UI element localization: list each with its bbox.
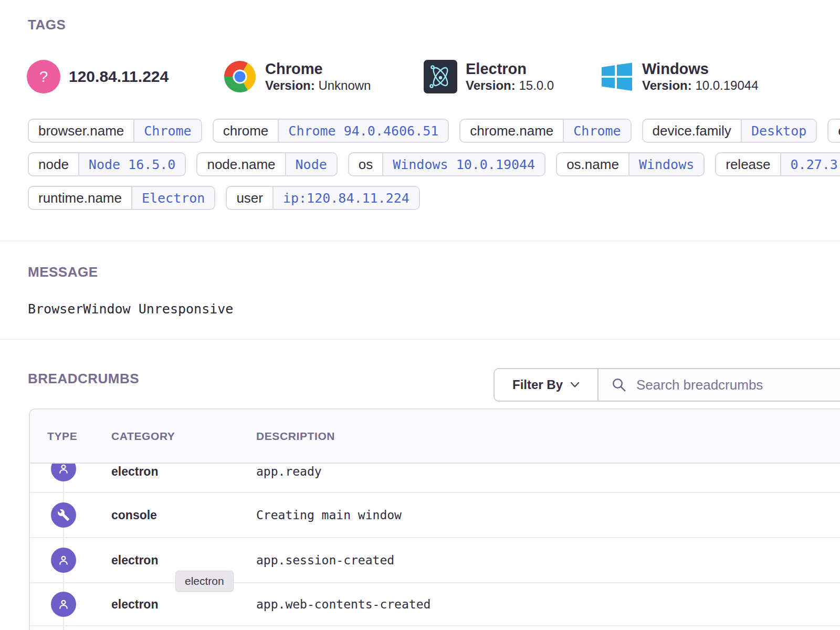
breadcrumb-category: electron: [111, 553, 256, 568]
tag-key: chrome: [214, 120, 278, 142]
runtime-name: Electron: [466, 61, 554, 77]
section-divider: [0, 240, 840, 242]
tag-pill-browser-name[interactable]: browser.name Chrome: [28, 119, 202, 143]
breadcrumb-description: app.web-contents-created: [256, 597, 840, 611]
tag-value: Windows 10.0.19044: [382, 153, 544, 175]
tag-pill-os[interactable]: os Windows 10.0.19044: [348, 152, 545, 176]
tag-key: node: [29, 153, 78, 175]
tag-pill-row-3: runtime.name Electron user ip:120.84.11.…: [28, 186, 840, 210]
tag-summary-ip: ? 120.84.11.224: [27, 59, 169, 94]
breadcrumb-row[interactable]: electron app.web-contents-created: [30, 583, 840, 626]
breadcrumbs-section-title: BREADCRUMBS: [28, 371, 139, 387]
breadcrumb-row[interactable]: console Creating main window: [30, 493, 840, 538]
search-box: [598, 369, 840, 401]
tag-pill-node-name[interactable]: node.name Node: [196, 152, 337, 176]
search-input[interactable]: [635, 376, 840, 394]
breadcrumb-description: app.ready: [256, 465, 840, 478]
question-mark-icon: ?: [27, 60, 60, 93]
issue-detail-page: TAGS ? 120.84.11.224 Chrome Version: Unk…: [0, 0, 840, 630]
section-divider: [0, 339, 840, 340]
column-header-description: DESCRIPTION: [256, 430, 840, 443]
tag-pill-runtime-name[interactable]: runtime.name Electron: [28, 186, 215, 210]
tag-value: Chrome: [563, 120, 630, 142]
tag-value: 0.27.3: [780, 153, 840, 175]
electron-icon: [424, 60, 457, 93]
breadcrumb-description: Creating main window: [256, 508, 840, 522]
browser-version: Version: Unknown: [265, 79, 371, 92]
breadcrumb-category: console: [111, 508, 256, 522]
breadcrumbs-filter-search: Filter By: [494, 368, 840, 402]
tag-summary-os: Windows Version: 10.0.19044: [600, 59, 759, 94]
breadcrumbs-table-header: TYPE CATEGORY DESCRIPTION: [30, 410, 840, 464]
tag-summary-runtime: Electron Version: 15.0.0: [424, 59, 554, 94]
tag-key: runtime.name: [29, 187, 131, 209]
tag-key: chrome.name: [460, 120, 563, 142]
tag-pill-node[interactable]: node Node 16.5.0: [28, 152, 186, 176]
tag-pill-release[interactable]: release 0.27.3: [715, 152, 840, 176]
tag-key: device.family: [643, 120, 741, 142]
tag-pill-environment[interactable]: environment: [827, 119, 840, 143]
breadcrumb-category: electron: [111, 465, 256, 479]
filter-by-button[interactable]: Filter By: [495, 369, 598, 401]
tag-value: Chrome: [133, 120, 201, 142]
tag-key: user: [227, 187, 272, 209]
column-header-type: TYPE: [30, 430, 111, 443]
tag-key: os.name: [557, 153, 628, 175]
tooltip: electron: [175, 571, 234, 592]
tag-key: release: [716, 153, 780, 175]
tag-key: os: [349, 153, 382, 175]
wrench-icon: [51, 502, 76, 528]
os-name: Windows: [642, 61, 759, 77]
browser-name: Chrome: [265, 61, 371, 77]
breadcrumbs-table: TYPE CATEGORY DESCRIPTION electron app.r…: [29, 408, 840, 630]
breadcrumb-row[interactable]: electron app.ready: [30, 464, 840, 493]
tag-pill-os-name[interactable]: os.name Windows: [556, 152, 705, 176]
tag-value: Windows: [628, 153, 704, 175]
chevron-down-icon: [570, 382, 580, 388]
tag-key: browser.name: [29, 120, 133, 142]
chrome-icon: [223, 60, 257, 93]
tag-value: Node 16.5.0: [78, 153, 185, 175]
tag-pill-chrome-name[interactable]: chrome.name Chrome: [459, 119, 631, 143]
ip-address-text: 120.84.11.224: [69, 68, 169, 86]
column-header-category: CATEGORY: [111, 430, 256, 443]
breadcrumb-row[interactable]: electron app.session-created: [30, 538, 840, 583]
tag-value: Electron: [131, 187, 214, 209]
user-icon: [51, 548, 76, 573]
question-glyph: ?: [39, 68, 48, 86]
tag-key: node.name: [197, 153, 285, 175]
filter-by-label: Filter By: [512, 377, 563, 392]
tag-pill-row-2: node Node 16.5.0 node.name Node os Windo…: [28, 152, 840, 176]
tag-pill-row-1: browser.name Chrome chrome Chrome 94.0.4…: [28, 119, 840, 143]
os-version: Version: 10.0.19044: [642, 79, 759, 92]
search-icon: [611, 377, 627, 393]
tag-pill-chrome[interactable]: chrome Chrome 94.0.4606.51: [213, 119, 449, 143]
breadcrumb-category: electron: [111, 597, 256, 612]
tags-section-title: TAGS: [28, 17, 66, 33]
runtime-version: Version: 15.0.0: [466, 79, 554, 92]
user-icon: [51, 592, 76, 617]
breadcrumb-description: app.session-created: [256, 553, 840, 567]
tag-pill-device-family[interactable]: device.family Desktop: [642, 119, 817, 143]
windows-icon: [600, 60, 634, 93]
message-section-title: MESSAGE: [28, 264, 98, 280]
tag-value: Desktop: [741, 120, 816, 142]
tag-summary-browser: Chrome Version: Unknown: [223, 59, 371, 94]
tag-value: Chrome 94.0.4606.51: [278, 120, 448, 142]
tag-value: Node: [285, 153, 337, 175]
tag-value: ip:120.84.11.224: [272, 187, 419, 209]
tag-key: environment: [828, 120, 840, 142]
message-text: BrowserWindow Unresponsive: [28, 301, 233, 317]
tag-pill-user[interactable]: user ip:120.84.11.224: [226, 186, 419, 210]
